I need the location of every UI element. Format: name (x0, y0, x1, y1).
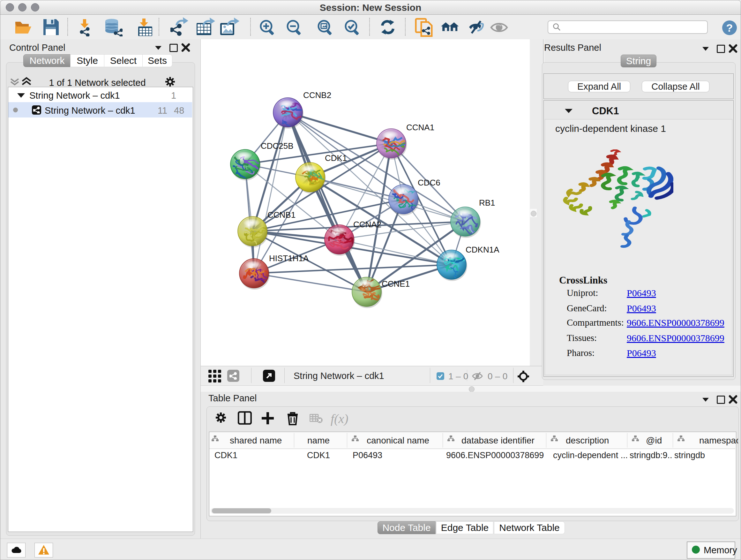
svg-text:CCNA1: CCNA1 (406, 123, 434, 132)
svg-text:HIST1H1A: HIST1H1A (269, 253, 309, 263)
svg-text:CCNA2: CCNA2 (353, 220, 381, 229)
svg-text:CDK1: CDK1 (325, 153, 347, 163)
svg-text:CCNB1: CCNB1 (267, 210, 295, 220)
svg-text:CDC25B: CDC25B (261, 141, 293, 151)
svg-text:CDKN1A: CDKN1A (466, 245, 499, 254)
svg-text:CCNE1: CCNE1 (382, 279, 410, 289)
svg-text:CCNB2: CCNB2 (303, 90, 331, 100)
svg-text:RB1: RB1 (479, 198, 495, 207)
svg-text:CDC6: CDC6 (418, 178, 441, 187)
